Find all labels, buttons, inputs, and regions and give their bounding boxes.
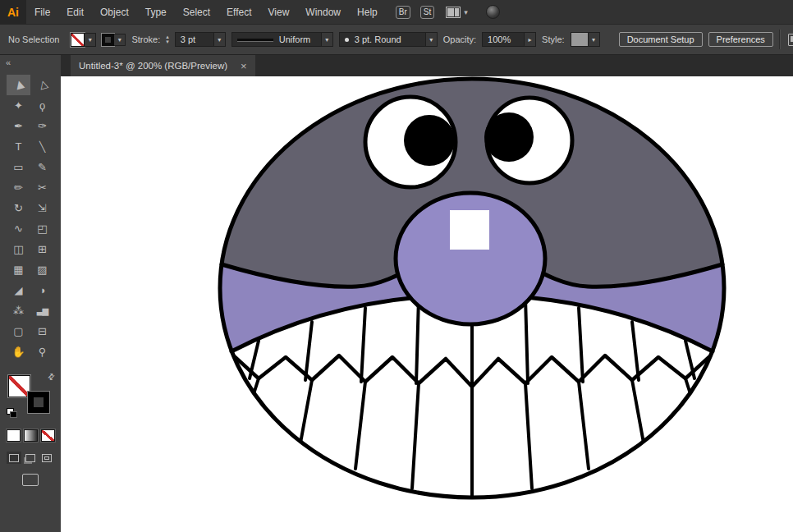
artboard-tool[interactable]: ▢ [7,321,30,342]
character-face[interactable] [220,79,724,498]
stroke-weight-select[interactable]: 3 pt ▾ [175,32,226,47]
width-tool[interactable]: ∿ [7,218,30,239]
screen-mode-button[interactable] [22,474,39,486]
scale-tool[interactable]: ⇲ [30,198,54,218]
stroke-weight-stepper[interactable]: ▴ ▾ [166,34,169,44]
none-button[interactable] [41,429,55,442]
eyedropper-tool[interactable]: ◢ [7,280,30,300]
style-label: Style: [542,34,565,44]
lasso-tool[interactable]: ϙ [30,95,54,116]
draw-inside-button[interactable] [39,452,54,464]
blend-tool[interactable]: ◑ [30,280,54,300]
draw-behind-button[interactable] [23,452,38,464]
opacity-control[interactable]: 100% ▸ [482,32,536,47]
stock-button[interactable]: St [420,6,434,19]
symbol-sprayer-tool[interactable]: ⁂ [7,300,30,321]
width-tool-icon: ∿ [14,223,23,234]
selection-status: No Selection [8,34,59,44]
close-icon[interactable]: × [241,61,247,71]
menu-edit[interactable]: Edit [58,0,92,24]
workspace-layout-icon[interactable] [446,7,461,18]
swap-fill-stroke-icon[interactable]: ⇄ [45,371,57,383]
selection-tool[interactable]: ▶ [7,75,30,95]
stroke-color-control[interactable]: ▾ [102,34,126,46]
menu-view[interactable]: View [260,0,298,24]
style-swatch [571,32,589,47]
fill-color-well[interactable] [8,375,30,397]
collapse-panel-button[interactable]: « [0,55,16,70]
fill-color-control[interactable]: ▾ [71,33,96,47]
chevron-down-icon[interactable]: ▾ [589,32,600,47]
pencil-tool[interactable]: ✏ [7,177,30,198]
menu-select[interactable]: Select [175,0,218,24]
menu-help[interactable]: Help [349,0,386,24]
scissors-tool[interactable]: ✂ [30,177,54,198]
stroke-color-well[interactable] [28,392,49,413]
chevron-down-icon[interactable]: ▾ [322,32,333,47]
tools-panel: « ▶▷✦ϙ✒✑T╲▭✎✏✂↻⇲∿◰◫⊞▦▨◢◑⁂▃▆▢⊟✋⚲ ⇄ [0,55,61,532]
mesh-tool[interactable]: ▦ [7,259,30,280]
shape-builder-tool[interactable]: ◫ [7,239,30,259]
width-profile-preview [237,39,273,41]
menu-type[interactable]: Type [137,0,175,24]
artboard-canvas[interactable] [61,76,793,532]
lasso-tool-icon: ϙ [39,100,45,111]
free-transform-tool[interactable]: ◰ [30,218,54,239]
chevron-down-icon[interactable]: ▾ [114,34,126,46]
rotate-tool[interactable]: ↻ [7,198,30,218]
draw-normal-button[interactable] [7,452,21,464]
paintbrush-tool[interactable]: ✎ [30,157,54,177]
right-pupil[interactable] [484,112,534,162]
opacity-label: Opacity: [443,34,476,44]
cc-sync-icon[interactable] [486,5,500,19]
scissors-tool-icon: ✂ [38,182,47,193]
line-segment-tool[interactable]: ╲ [30,136,54,157]
direct-selection-tool[interactable]: ▷ [30,75,54,95]
magic-wand-tool[interactable]: ✦ [7,95,30,116]
separator [779,30,780,49]
width-profile-select[interactable]: Uniform ▾ [231,32,333,47]
document-tab[interactable]: Untitled-3* @ 200% (RGB/Preview) × [71,55,255,76]
gradient-button[interactable] [24,429,38,442]
perspective-grid-tool-icon: ⊞ [38,244,47,255]
column-graph-tool[interactable]: ▃▆ [30,300,54,321]
brush-definition-select[interactable]: 3 pt. Round ▾ [339,32,438,47]
menu-effect[interactable]: Effect [218,0,259,24]
rectangle-tool-icon: ▭ [13,162,23,172]
slice-tool[interactable]: ⊟ [30,321,54,342]
color-button[interactable] [7,429,21,442]
zoom-tool[interactable]: ⚲ [30,342,54,362]
free-transform-tool-icon: ◰ [37,223,47,234]
chevron-down-icon[interactable]: ▾ [426,32,438,47]
left-pupil[interactable] [404,115,455,166]
hand-tool[interactable]: ✋ [7,342,30,362]
chevron-down-icon[interactable]: ▾ [464,8,468,16]
opacity-value[interactable]: 100% [482,32,525,47]
style-select[interactable]: ▾ [571,32,600,47]
stepper-down-icon[interactable]: ▾ [166,39,169,44]
zoom-tool-icon: ⚲ [39,346,47,357]
menu-file[interactable]: File [26,0,58,24]
document-setup-button[interactable]: Document Setup [619,32,703,47]
nose-highlight[interactable] [450,210,489,250]
rectangle-tool[interactable]: ▭ [7,157,30,177]
gradient-tool[interactable]: ▨ [30,259,54,280]
opacity-flyout-arrow-icon[interactable]: ▸ [525,32,536,47]
chevron-down-icon[interactable]: ▾ [214,32,226,47]
menu-window[interactable]: Window [297,0,349,24]
curvature-tool[interactable]: ✑ [30,116,54,136]
touch-workspace-icon[interactable] [788,34,793,46]
stroke-color-swatch [102,34,114,46]
menu-object[interactable]: Object [92,0,137,24]
stroke-weight-value[interactable]: 3 pt [175,32,214,47]
bridge-button[interactable]: Br [396,6,410,19]
type-tool[interactable]: T [7,136,30,157]
preferences-button[interactable]: Preferences [708,32,773,47]
default-fill-stroke-icon[interactable] [7,408,18,418]
pencil-tool-icon: ✏ [14,182,23,193]
chevron-down-icon[interactable]: ▾ [85,33,96,47]
artwork-svg [61,76,793,532]
pen-tool[interactable]: ✒ [7,116,30,136]
perspective-grid-tool[interactable]: ⊞ [30,239,54,259]
scale-tool-icon: ⇲ [38,203,47,213]
